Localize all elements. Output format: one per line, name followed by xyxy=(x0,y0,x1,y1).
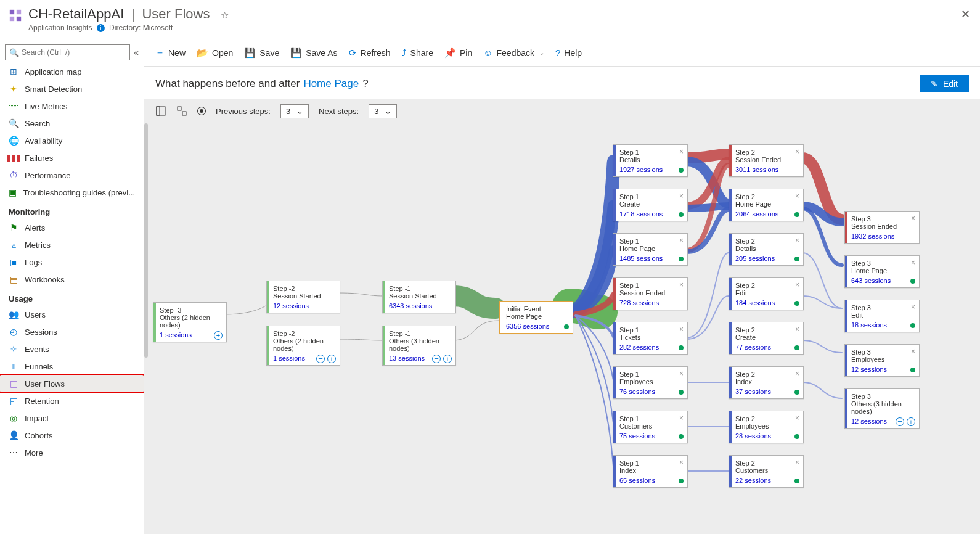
close-icon[interactable]: × xyxy=(911,347,915,356)
close-icon[interactable]: × xyxy=(679,281,684,289)
sidebar-item-cohorts[interactable]: 👤Cohorts xyxy=(0,427,144,444)
sidebar-item-events[interactable]: ✧Events xyxy=(0,340,144,358)
close-icon[interactable]: × xyxy=(795,414,799,422)
close-icon[interactable]: × xyxy=(795,325,799,334)
node-step-m2-a[interactable]: Step -2 Session Started 12 sessions xyxy=(266,281,340,313)
scroll-indicator[interactable] xyxy=(144,123,148,358)
sidebar-item-workbooks[interactable]: ▤Workbooks xyxy=(0,271,144,288)
save-button[interactable]: 💾Save xyxy=(244,47,279,59)
node-s2_create[interactable]: Step 2Create77 sessions× xyxy=(729,322,804,355)
node-step-m1-a[interactable]: Step -1 Session Started 6343 sessions xyxy=(382,281,456,313)
sidebar-item-more[interactable]: ⋯More xyxy=(0,444,144,461)
next-steps-select[interactable]: 3⌄ xyxy=(369,104,397,118)
refresh-button[interactable]: ⟳Refresh xyxy=(349,47,391,59)
question-event-link[interactable]: Home Page xyxy=(303,78,359,90)
node-s3_edit[interactable]: Step 3Edit18 sessions× xyxy=(844,300,920,332)
expand-icon[interactable]: + xyxy=(907,417,915,426)
collapse-icon[interactable]: − xyxy=(316,355,325,363)
node-s1_details[interactable]: Step 1Details1927 sessions× xyxy=(613,144,688,177)
close-icon[interactable]: ✕ xyxy=(961,7,970,21)
nav-icon: ◴ xyxy=(9,327,18,337)
sidebar-item-troubleshooting-guides-previ-[interactable]: ▣Troubleshooting guides (previ... xyxy=(0,184,144,201)
layout2-icon[interactable] xyxy=(176,105,187,117)
node-s2_details[interactable]: Step 2Details205 sessions× xyxy=(729,233,804,266)
expand-icon[interactable]: + xyxy=(443,355,452,363)
node-s1_home[interactable]: Step 1Home Page1485 sessions× xyxy=(613,233,688,266)
sidebar-item-performance[interactable]: ⏱Performance xyxy=(0,166,144,184)
pin-icon[interactable]: ☆ xyxy=(221,10,229,20)
node-step-m3[interactable]: Step -3 Others (2 hidden nodes) 1 sessio… xyxy=(153,302,227,342)
close-icon[interactable]: × xyxy=(679,192,684,200)
sidebar-item-alerts[interactable]: ⚑Alerts xyxy=(0,219,144,236)
search-field[interactable] xyxy=(22,48,126,57)
sidebar-item-user-flows[interactable]: ◫User Flows xyxy=(0,375,144,392)
node-initial[interactable]: Initial Event Home Page 6356 sessions xyxy=(499,301,573,334)
node-s2_index[interactable]: Step 2Index37 sessions× xyxy=(729,366,804,399)
sidebar-item-impact[interactable]: ◎Impact xyxy=(0,409,144,427)
close-icon[interactable]: × xyxy=(679,414,684,422)
expand-icon[interactable]: + xyxy=(327,355,336,363)
sidebar-item-retention[interactable]: ◱Retention xyxy=(0,392,144,409)
info-icon[interactable]: i xyxy=(97,24,105,32)
close-icon[interactable]: × xyxy=(795,147,799,156)
node-s3_others[interactable]: Step 3Others (3 hidden nodes)12 sessions… xyxy=(844,388,920,429)
sidebar-item-live-metrics[interactable]: 〰Live Metrics xyxy=(0,97,144,115)
node-s3_ended[interactable]: Step 3Session Ended1932 sessions× xyxy=(844,211,920,244)
close-icon[interactable]: × xyxy=(795,236,799,245)
sidebar-item-sessions[interactable]: ◴Sessions xyxy=(0,323,144,340)
sidebar-item-metrics[interactable]: ▵Metrics xyxy=(0,236,144,253)
node-s3_emp[interactable]: Step 3Employees12 sessions× xyxy=(844,344,920,377)
sidebar-item-funnels[interactable]: ⫫Funnels xyxy=(0,358,144,375)
close-icon[interactable]: × xyxy=(795,458,799,467)
close-icon[interactable]: × xyxy=(911,303,915,311)
open-button[interactable]: 📂Open xyxy=(197,47,233,59)
pin-button[interactable]: 📌Pin xyxy=(444,47,472,59)
prev-steps-select[interactable]: 3⌄ xyxy=(280,104,309,118)
layout1-icon[interactable] xyxy=(155,105,166,117)
node-s3_home[interactable]: Step 3Home Page643 sessions× xyxy=(844,255,920,288)
node-s1_index[interactable]: Step 1Index65 sessions× xyxy=(613,455,688,488)
share-button[interactable]: ⤴Share xyxy=(402,47,433,58)
close-icon[interactable]: × xyxy=(795,281,799,289)
help-button[interactable]: ?Help xyxy=(555,47,582,58)
sidebar-item-application-map[interactable]: ⊞Application map xyxy=(0,63,144,80)
feedback-button[interactable]: ☺Feedback⌄ xyxy=(483,47,544,58)
node-s2_cust[interactable]: Step 2Customers22 sessions× xyxy=(729,455,804,488)
radio-icon[interactable] xyxy=(197,107,206,115)
collapse-icon[interactable]: − xyxy=(432,355,441,363)
sidebar-item-logs[interactable]: ▣Logs xyxy=(0,253,144,271)
close-icon[interactable]: × xyxy=(795,192,799,200)
close-icon[interactable]: × xyxy=(795,369,799,378)
node-s1_tickets[interactable]: Step 1Tickets282 sessions× xyxy=(613,322,688,355)
node-s2_home[interactable]: Step 2Home Page2064 sessions× xyxy=(729,189,804,221)
node-s2_edit[interactable]: Step 2Edit184 sessions× xyxy=(729,277,804,310)
collapse-icon[interactable]: − xyxy=(896,417,904,426)
saveas-button[interactable]: 💾Save As xyxy=(290,47,337,59)
close-icon[interactable]: × xyxy=(679,236,684,245)
close-icon[interactable]: × xyxy=(679,369,684,378)
node-step-m1-b[interactable]: Step -1 Others (3 hidden nodes) 13 sessi… xyxy=(382,326,456,366)
close-icon[interactable]: × xyxy=(679,458,684,467)
new-button[interactable]: ＋New xyxy=(155,47,186,59)
node-step-m2-b[interactable]: Step -2 Others (2 hidden nodes) 1 sessio… xyxy=(266,326,340,366)
sidebar-item-smart-detection[interactable]: ✦Smart Detection xyxy=(0,80,144,97)
close-icon[interactable]: × xyxy=(911,258,915,267)
search-input[interactable]: 🔍 xyxy=(5,44,130,60)
close-icon[interactable]: × xyxy=(679,325,684,334)
sidebar-item-users[interactable]: 👥Users xyxy=(0,306,144,323)
close-icon[interactable]: × xyxy=(679,147,684,156)
node-s1_emp[interactable]: Step 1Employees76 sessions× xyxy=(613,366,688,399)
flow-canvas[interactable]: Step -3 Others (2 hidden nodes) 1 sessio… xyxy=(144,123,980,534)
collapse-sidebar-icon[interactable]: « xyxy=(134,47,139,57)
node-s2_emp[interactable]: Step 2Employees28 sessions× xyxy=(729,411,804,443)
edit-button[interactable]: ✎Edit xyxy=(920,75,969,92)
node-s1_cust[interactable]: Step 1Customers75 sessions× xyxy=(613,411,688,443)
close-icon[interactable]: × xyxy=(911,214,915,223)
expand-icon[interactable]: + xyxy=(214,331,223,340)
node-s2_ended[interactable]: Step 2Session Ended3011 sessions× xyxy=(729,144,804,177)
sidebar-item-search[interactable]: 🔍Search xyxy=(0,115,144,132)
sidebar-item-failures[interactable]: ▮▮▮Failures xyxy=(0,149,144,166)
node-s1_create[interactable]: Step 1Create1718 sessions× xyxy=(613,189,688,221)
node-s1_ended[interactable]: Step 1Session Ended728 sessions× xyxy=(613,277,688,310)
sidebar-item-availability[interactable]: 🌐Availability xyxy=(0,132,144,149)
